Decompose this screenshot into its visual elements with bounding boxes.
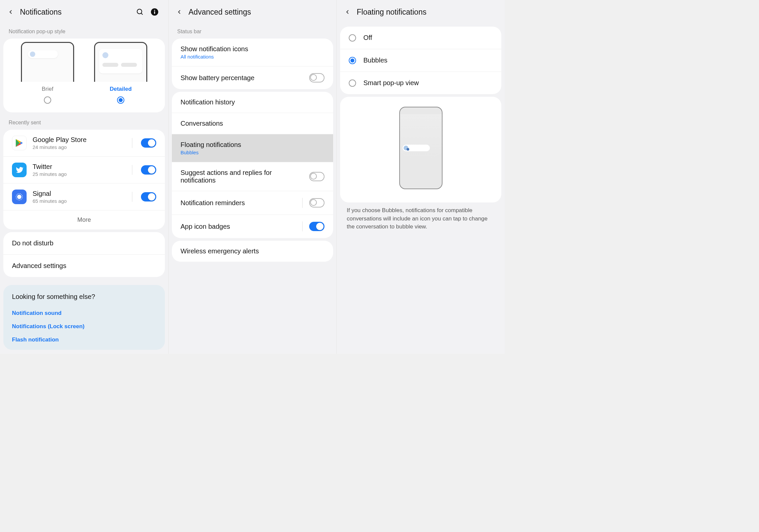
toggle-suggest[interactable] <box>309 172 324 181</box>
popup-option-detailed[interactable]: Detailed <box>94 42 147 104</box>
radio-label: Bubbles <box>363 57 387 64</box>
popup-option-brief[interactable]: Brief <box>21 42 74 104</box>
app-name: Google Play Store <box>33 136 126 144</box>
row-subtitle: Bubbles <box>181 150 324 155</box>
card-status-bar: Show notification icons All notification… <box>172 39 333 89</box>
row-do-not-disturb[interactable]: Do not disturb <box>3 232 165 255</box>
row-title: Conversations <box>181 120 324 127</box>
section-status-bar-label: Status bar <box>169 24 336 36</box>
app-row-play-store[interactable]: Google Play Store 24 minutes ago <box>3 130 165 157</box>
toggle-play-store[interactable] <box>141 138 156 148</box>
row-title: Wireless emergency alerts <box>181 247 324 255</box>
app-info: Google Play Store 24 minutes ago <box>33 136 126 150</box>
option-smart-popup[interactable]: Smart pop-up view <box>340 72 501 94</box>
divider <box>302 221 303 231</box>
svg-point-0 <box>137 9 142 14</box>
toggle-twitter[interactable] <box>141 165 156 175</box>
row-title: App icon badges <box>181 223 298 230</box>
row-title: Floating notifications <box>181 141 324 149</box>
header: Notifications <box>0 0 168 24</box>
toggle-reminders[interactable] <box>309 198 324 207</box>
page-title: Floating notifications <box>357 8 499 17</box>
divider <box>132 192 132 202</box>
row-title: Notification reminders <box>181 199 298 207</box>
row-title: Notification history <box>181 98 324 106</box>
card-preview <box>340 97 501 202</box>
app-row-signal[interactable]: Signal 65 minutes ago <box>3 184 165 210</box>
row-advanced-settings[interactable]: Advanced settings <box>3 255 165 277</box>
row-title: Show battery percentage <box>181 74 305 82</box>
section-recent-label: Recently sent <box>0 115 168 127</box>
divider <box>302 198 303 208</box>
row-show-icons[interactable]: Show notification icons All notification… <box>172 39 333 66</box>
suggest-link-sound[interactable]: Notification sound <box>12 307 156 320</box>
row-reminders[interactable]: Notification reminders <box>172 191 333 215</box>
description-text: If you choose Bubbles, notifications for… <box>337 205 505 232</box>
radio-label: Off <box>363 34 372 42</box>
preview-phone-icon <box>399 107 443 189</box>
app-name: Twitter <box>33 163 126 171</box>
section-popup-style-label: Notification pop-up style <box>0 24 168 36</box>
app-row-twitter[interactable]: Twitter 25 minutes ago <box>3 157 165 184</box>
header: Floating notifications <box>337 0 505 24</box>
row-conversations[interactable]: Conversations <box>172 113 333 134</box>
app-info: Twitter 25 minutes ago <box>33 163 126 177</box>
app-timestamp: 65 minutes ago <box>33 198 126 204</box>
option-bubbles[interactable]: Bubbles <box>340 49 501 72</box>
row-badges[interactable]: App icon badges <box>172 215 333 238</box>
twitter-icon <box>12 163 27 177</box>
signal-icon <box>12 190 27 204</box>
row-emergency-alerts[interactable]: Wireless emergency alerts <box>172 241 333 262</box>
back-icon[interactable] <box>6 7 15 17</box>
suggest-link-lockscreen[interactable]: Notifications (Lock screen) <box>12 320 156 333</box>
toggle-battery[interactable] <box>309 73 324 82</box>
svg-point-3 <box>154 10 155 11</box>
app-info: Signal 65 minutes ago <box>33 190 126 204</box>
svg-rect-4 <box>154 11 155 14</box>
play-store-icon <box>12 136 27 150</box>
panel-floating-notifications: Floating notifications Off Bubbles Smart… <box>336 0 505 354</box>
row-battery-percentage[interactable]: Show battery percentage <box>172 66 333 89</box>
radio-smart-popup[interactable] <box>349 79 356 87</box>
toggle-signal[interactable] <box>141 192 156 201</box>
panel-advanced-settings: Advanced settings Status bar Show notifi… <box>168 0 336 354</box>
card-extra-settings: Do not disturb Advanced settings <box>3 232 165 277</box>
popup-option-label: Brief <box>42 86 54 92</box>
more-button[interactable]: More <box>3 210 165 229</box>
card-popup-style: Brief Detailed <box>3 39 165 112</box>
option-off[interactable]: Off <box>340 27 501 49</box>
back-icon[interactable] <box>175 7 184 17</box>
toggle-badges[interactable] <box>309 222 324 231</box>
page-title: Advanced settings <box>189 8 330 17</box>
suggest-title: Looking for something else? <box>12 293 156 301</box>
header-actions <box>136 8 159 16</box>
popup-option-label: Detailed <box>110 86 132 92</box>
svg-line-1 <box>141 13 143 15</box>
card-emergency-alerts: Wireless emergency alerts <box>172 241 333 262</box>
app-name: Signal <box>33 190 126 198</box>
row-floating-notifications[interactable]: Floating notifications Bubbles <box>172 134 333 162</box>
back-icon[interactable] <box>343 7 352 17</box>
radio-off[interactable] <box>349 34 356 42</box>
brief-preview-icon <box>21 42 74 82</box>
row-history[interactable]: Notification history <box>172 92 333 113</box>
radio-bubbles[interactable] <box>349 57 356 64</box>
row-suggest-actions[interactable]: Suggest actions and replies for notifica… <box>172 162 333 191</box>
search-icon[interactable] <box>136 8 144 16</box>
radio-label: Smart pop-up view <box>363 79 419 87</box>
card-recent-apps: Google Play Store 24 minutes ago Twitter… <box>3 130 165 229</box>
card-bubble-options: Off Bubbles Smart pop-up view <box>340 27 501 94</box>
page-title: Notifications <box>20 8 131 17</box>
info-icon[interactable] <box>150 8 159 16</box>
divider <box>132 138 132 148</box>
row-subtitle: All notifications <box>181 54 324 60</box>
radio-brief[interactable] <box>44 96 51 104</box>
svg-point-6 <box>17 195 22 199</box>
app-timestamp: 25 minutes ago <box>33 171 126 177</box>
suggest-link-flash[interactable]: Flash notification <box>12 333 156 346</box>
card-suggestions: Looking for something else? Notification… <box>3 285 165 350</box>
row-title: Suggest actions and replies for notifica… <box>181 169 305 184</box>
radio-detailed[interactable] <box>117 96 124 104</box>
app-timestamp: 24 minutes ago <box>33 144 126 150</box>
row-title: Show notification icons <box>181 45 324 53</box>
